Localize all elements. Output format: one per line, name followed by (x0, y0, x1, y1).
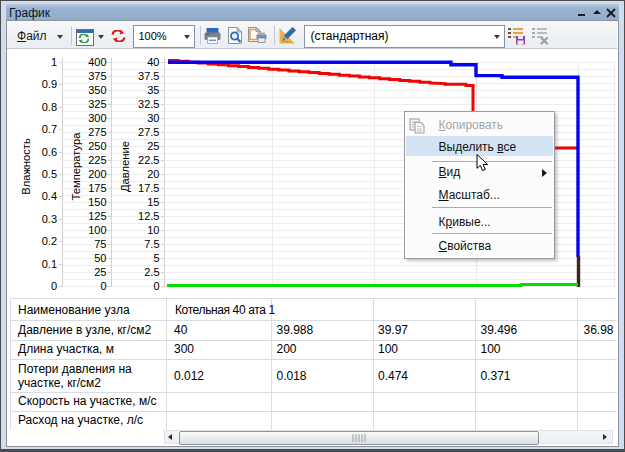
svg-text:375: 375 (88, 70, 106, 82)
svg-text:27.5: 27.5 (138, 126, 159, 138)
svg-text:35: 35 (147, 84, 159, 96)
svg-text:0.6: 0.6 (42, 146, 57, 158)
svg-text:0.1: 0.1 (42, 258, 57, 270)
svg-text:275: 275 (88, 126, 106, 138)
svg-text:1: 1 (51, 56, 57, 68)
svg-text:7.5: 7.5 (144, 238, 159, 250)
svg-text:20: 20 (147, 168, 159, 180)
svg-text:225: 225 (88, 154, 106, 166)
svg-text:Температура: Температура (70, 132, 82, 201)
svg-text:17.5: 17.5 (138, 182, 159, 194)
svg-text:200: 200 (88, 168, 106, 180)
svg-text:22.5: 22.5 (138, 154, 159, 166)
svg-text:300: 300 (88, 112, 106, 124)
svg-text:100: 100 (88, 224, 106, 236)
svg-text:350: 350 (88, 84, 106, 96)
svg-text:32.5: 32.5 (138, 98, 159, 110)
svg-text:0.3: 0.3 (42, 213, 57, 225)
svg-text:12.5: 12.5 (138, 210, 159, 222)
svg-text:0: 0 (100, 280, 106, 292)
svg-text:Влажность: Влажность (20, 138, 32, 195)
svg-text:25: 25 (94, 266, 106, 278)
svg-text:37.5: 37.5 (138, 70, 159, 82)
svg-text:2.5: 2.5 (144, 266, 159, 278)
svg-text:40: 40 (147, 56, 159, 68)
svg-text:50: 50 (94, 252, 106, 264)
svg-text:0.5: 0.5 (42, 168, 57, 180)
svg-text:Давление: Давление (119, 141, 131, 192)
svg-text:0.2: 0.2 (42, 235, 57, 247)
svg-text:0.7: 0.7 (42, 123, 57, 135)
svg-text:400: 400 (88, 56, 106, 68)
svg-text:125: 125 (88, 210, 106, 222)
svg-text:150: 150 (88, 196, 106, 208)
svg-text:0.8: 0.8 (42, 101, 57, 113)
svg-text:175: 175 (88, 182, 106, 194)
svg-text:15: 15 (147, 196, 159, 208)
svg-text:0.9: 0.9 (42, 78, 57, 90)
svg-text:0: 0 (51, 280, 57, 292)
svg-text:30: 30 (147, 112, 159, 124)
svg-text:5: 5 (153, 252, 159, 264)
svg-text:0.4: 0.4 (42, 190, 57, 202)
svg-text:0: 0 (153, 280, 159, 292)
svg-text:250: 250 (88, 140, 106, 152)
svg-text:75: 75 (94, 238, 106, 250)
svg-text:25: 25 (147, 140, 159, 152)
svg-text:10: 10 (147, 224, 159, 236)
svg-text:325: 325 (88, 98, 106, 110)
